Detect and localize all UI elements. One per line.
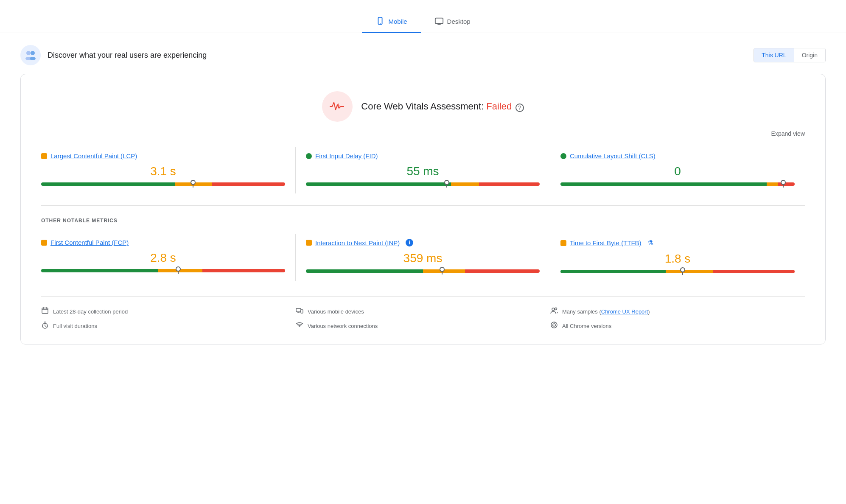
footer-text-0: Latest 28-day collection period — [53, 308, 128, 315]
bar-orange-fid — [451, 182, 479, 186]
metric-label-row-cls: Cumulative Layout Shift (CLS) — [560, 152, 795, 160]
metric-name-fid[interactable]: First Input Delay (FID) — [315, 152, 378, 160]
svg-point-8 — [30, 57, 36, 60]
bar-red-fid — [479, 182, 540, 186]
metric-bar-container-cls — [560, 182, 795, 187]
cwv-prefix: Core Web Vitals Assessment: — [361, 101, 486, 112]
origin-button[interactable]: Origin — [794, 48, 825, 62]
cwv-assessment-text: Core Web Vitals Assessment: Failed ? — [361, 101, 524, 112]
metric-bar-container-lcp — [41, 182, 285, 187]
footer-text-1: Various mobile devices — [308, 308, 364, 315]
footer-icon-chrome — [550, 321, 558, 330]
svg-line-27 — [555, 326, 557, 327]
metric-dot-lcp — [41, 153, 47, 159]
footer-item-1: Various mobile devices — [296, 307, 550, 316]
bar-green-fid — [306, 182, 451, 186]
bar-green-cls — [560, 182, 767, 186]
metric-name-lcp[interactable]: Largest Contentful Paint (LCP) — [50, 152, 137, 160]
svg-rect-15 — [301, 310, 303, 313]
metric-bar-inp — [306, 269, 540, 273]
metric-value-inp: 359 ms — [306, 252, 540, 265]
metric-label-row-fid: First Input Delay (FID) — [306, 152, 540, 160]
footer-info: Latest 28-day collection period Various … — [41, 296, 805, 330]
metric-value-ttfb: 1.8 s — [560, 252, 795, 266]
metric-dot-ttfb — [560, 240, 566, 246]
metric-value-fid: 55 ms — [306, 165, 540, 178]
metric-cls: Cumulative Layout Shift (CLS) 0 — [550, 147, 805, 193]
metric-name-fcp[interactable]: First Contentful Paint (FCP) — [50, 239, 129, 246]
info-icon[interactable]: i — [406, 239, 413, 246]
tab-mobile[interactable]: Mobile — [362, 11, 420, 33]
mobile-icon — [375, 17, 385, 26]
tab-mobile-label: Mobile — [388, 18, 407, 25]
bar-marker-lcp — [193, 182, 193, 188]
metric-label-row-inp: Interaction to Next Paint (INP) i — [306, 239, 540, 246]
main-card: Core Web Vitals Assessment: Failed ? Exp… — [20, 74, 826, 344]
footer-item-4: Various network connections — [296, 321, 550, 330]
metric-value-cls: 0 — [560, 165, 795, 178]
this-url-button[interactable]: This URL — [754, 48, 794, 62]
svg-rect-2 — [435, 18, 443, 24]
bar-green-ttfb — [560, 270, 666, 273]
bar-red-inp — [465, 269, 540, 273]
metric-bar-cls — [560, 182, 795, 186]
svg-line-21 — [45, 326, 46, 327]
metric-dot-fcp — [41, 240, 47, 246]
footer-link-2[interactable]: Chrome UX Report — [601, 308, 648, 315]
expand-view-button[interactable]: Expand view — [41, 130, 805, 137]
metric-ttfb: Time to First Byte (TTFB) ⚗ 1.8 s — [550, 234, 805, 281]
metric-value-fcp: 2.8 s — [41, 251, 285, 265]
svg-line-28 — [552, 326, 554, 327]
metric-bar-container-inp — [306, 269, 540, 274]
footer-icon-devices — [296, 307, 303, 316]
metric-bar-container-fcp — [41, 269, 285, 273]
other-metrics-grid: First Contentful Paint (FCP) 2.8 s Inter… — [41, 234, 805, 281]
svg-point-17 — [552, 308, 555, 311]
bar-green-lcp — [41, 182, 175, 186]
metric-fid: First Input Delay (FID) 55 ms — [296, 147, 550, 193]
metric-label-row-lcp: Largest Contentful Paint (LCP) — [41, 152, 285, 160]
discover-avatar — [20, 45, 41, 65]
footer-text-2: Many samples (Chrome UX Report) — [562, 308, 650, 315]
metric-bar-fcp — [41, 269, 285, 272]
other-metrics-label: OTHER NOTABLE METRICS — [41, 218, 805, 224]
metric-name-inp[interactable]: Interaction to Next Paint (INP) — [315, 239, 400, 246]
metric-bar-lcp — [41, 182, 285, 186]
desktop-icon — [434, 17, 444, 26]
footer-text-4: Various network connections — [308, 323, 378, 329]
svg-point-1 — [380, 23, 381, 24]
svg-point-18 — [555, 308, 557, 310]
discover-title: Discover what your real users are experi… — [48, 51, 207, 60]
footer-text-3: Full visit durations — [53, 323, 97, 329]
bar-red-fcp — [202, 269, 286, 272]
discover-left: Discover what your real users are experi… — [20, 45, 207, 65]
metric-inp: Interaction to Next Paint (INP) i 359 ms — [296, 234, 550, 281]
cwv-failed-icon — [322, 91, 353, 122]
footer-item-0: Latest 28-day collection period — [41, 307, 296, 316]
bar-orange-ttfb — [666, 270, 712, 273]
url-toggle: This URL Origin — [754, 48, 826, 62]
bar-marker-ttfb — [682, 269, 683, 275]
footer-item-5: All Chrome versions — [550, 321, 805, 330]
bar-marker-inp — [442, 269, 443, 274]
tabs-bar: Mobile Desktop — [0, 0, 846, 33]
metric-name-ttfb[interactable]: Time to First Byte (TTFB) — [570, 239, 642, 246]
vitals-chart-icon — [329, 101, 346, 112]
metric-fcp: First Contentful Paint (FCP) 2.8 s — [41, 234, 296, 281]
core-metrics-grid: Largest Contentful Paint (LCP) 3.1 s Fir… — [41, 147, 805, 193]
metric-bar-container-fid — [306, 182, 540, 187]
tab-desktop[interactable]: Desktop — [421, 11, 484, 33]
footer-icon-timer — [41, 321, 49, 330]
metric-dot-fid — [306, 153, 312, 159]
users-icon — [24, 49, 37, 62]
metric-dot-cls — [560, 153, 566, 159]
footer-icon-wifi — [296, 321, 303, 330]
bar-marker-cls — [783, 182, 784, 188]
cwv-help-icon[interactable]: ? — [515, 104, 524, 112]
svg-point-6 — [31, 51, 35, 55]
metric-bar-fid — [306, 182, 540, 186]
svg-rect-10 — [42, 308, 48, 314]
bar-green-fcp — [41, 269, 158, 272]
metric-name-cls[interactable]: Cumulative Layout Shift (CLS) — [570, 152, 656, 160]
metric-label-row-ttfb: Time to First Byte (TTFB) ⚗ — [560, 239, 795, 247]
